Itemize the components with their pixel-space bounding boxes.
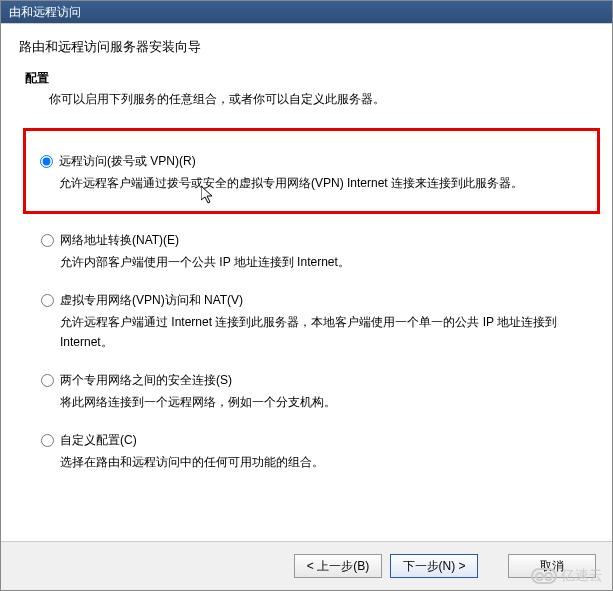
option-desc-custom: 选择在路由和远程访问中的任何可用功能的组合。	[60, 453, 582, 472]
window-titlebar: 由和远程访问	[1, 1, 612, 23]
radio-secure-connection[interactable]	[41, 374, 54, 387]
option-secure-connection: 两个专用网络之间的安全连接(S) 将此网络连接到一个远程网络，例如一个分支机构。	[41, 370, 582, 414]
option-remote-access: 远程访问(拨号或 VPN)(R) 允许远程客户端通过拨号或安全的虚拟专用网络(V…	[23, 128, 600, 214]
wizard-title: 路由和远程访问服务器安装向导	[19, 38, 594, 56]
back-button[interactable]: < 上一步(B)	[294, 554, 382, 578]
radio-custom[interactable]	[41, 434, 54, 447]
option-vpn-nat: 虚拟专用网络(VPN)访问和 NAT(V) 允许远程客户端通过 Internet…	[41, 290, 582, 353]
window-title: 由和远程访问	[9, 5, 81, 19]
option-desc-secure-connection: 将此网络连接到一个远程网络，例如一个分支机构。	[60, 393, 582, 412]
option-label-secure-connection[interactable]: 两个专用网络之间的安全连接(S)	[60, 372, 232, 389]
watermark-icon	[531, 568, 557, 584]
watermark: 亿速云	[531, 567, 603, 585]
wizard-header: 路由和远程访问服务器安装向导 配置 你可以启用下列服务的任意组合，或者你可以自定…	[1, 24, 612, 116]
section-description: 你可以启用下列服务的任意组合，或者你可以自定义此服务器。	[49, 91, 594, 108]
radio-remote-access[interactable]	[40, 155, 53, 168]
options-area: 远程访问(拨号或 VPN)(R) 允许远程客户端通过拨号或安全的虚拟专用网络(V…	[1, 116, 612, 541]
option-desc-vpn-nat: 允许远程客户端通过 Internet 连接到此服务器，本地客户端使用一个单一的公…	[60, 313, 582, 351]
wizard-dialog: 路由和远程访问服务器安装向导 配置 你可以启用下列服务的任意组合，或者你可以自定…	[1, 23, 612, 590]
option-label-nat[interactable]: 网络地址转换(NAT)(E)	[60, 232, 179, 249]
button-bar: < 上一步(B) 下一步(N) > 取消	[1, 541, 612, 590]
option-label-remote-access[interactable]: 远程访问(拨号或 VPN)(R)	[59, 153, 196, 170]
option-custom: 自定义配置(C) 选择在路由和远程访问中的任何可用功能的组合。	[41, 430, 582, 474]
window-frame: 由和远程访问 路由和远程访问服务器安装向导 配置 你可以启用下列服务的任意组合，…	[0, 0, 613, 591]
radio-vpn-nat[interactable]	[41, 294, 54, 307]
section-title: 配置	[25, 70, 594, 87]
option-nat: 网络地址转换(NAT)(E) 允许内部客户端使用一个公共 IP 地址连接到 In…	[41, 230, 582, 274]
watermark-text: 亿速云	[561, 567, 603, 585]
option-desc-remote-access: 允许远程客户端通过拨号或安全的虚拟专用网络(VPN) Internet 连接来连…	[59, 174, 583, 193]
radio-nat[interactable]	[41, 234, 54, 247]
option-desc-nat: 允许内部客户端使用一个公共 IP 地址连接到 Internet。	[60, 253, 582, 272]
option-label-custom[interactable]: 自定义配置(C)	[60, 432, 137, 449]
next-button[interactable]: 下一步(N) >	[390, 554, 478, 578]
option-label-vpn-nat[interactable]: 虚拟专用网络(VPN)访问和 NAT(V)	[60, 292, 243, 309]
